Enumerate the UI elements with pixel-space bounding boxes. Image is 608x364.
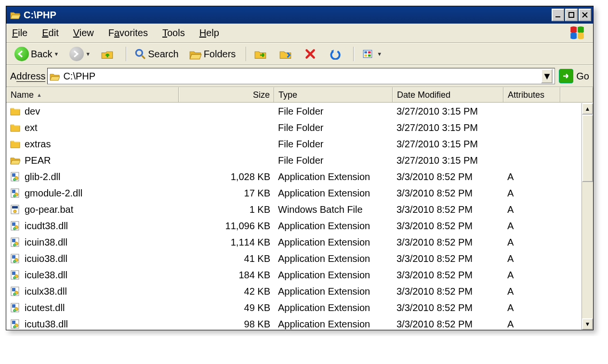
file-type: Application Extension: [278, 270, 370, 280]
folder-icon: [10, 139, 21, 149]
bat-icon: [10, 204, 21, 215]
moveto-button[interactable]: [250, 47, 273, 61]
scroll-up-button[interactable]: ▲: [582, 103, 593, 115]
file-date: 3/3/2010 8:52 PM: [397, 286, 473, 297]
scroll-down-button[interactable]: ▼: [582, 318, 593, 330]
file-size: 42 KB: [244, 286, 270, 297]
copyto-button[interactable]: [275, 47, 298, 61]
table-row[interactable]: icuin38.dll1,114 KBApplication Extension…: [6, 234, 582, 250]
folder-open-icon: [10, 155, 21, 166]
menu-edit[interactable]: Edit: [42, 27, 58, 39]
up-button[interactable]: [97, 47, 120, 61]
file-attr: A: [507, 319, 514, 329]
forward-button[interactable]: ▼: [65, 45, 95, 63]
minimize-button[interactable]: [552, 9, 564, 21]
table-row[interactable]: devFile Folder3/27/2010 3:15 PM: [6, 103, 582, 119]
window-title: C:\PHP: [24, 10, 56, 21]
vertical-scrollbar[interactable]: ▲ ▼: [582, 103, 593, 330]
file-list-area: devFile Folder3/27/2010 3:15 PMextFile F…: [6, 103, 593, 330]
menu-favorites[interactable]: Favorites: [108, 27, 148, 39]
file-size: 17 KB: [244, 188, 270, 199]
back-arrow-icon: [14, 47, 29, 61]
address-folder-icon: [50, 71, 60, 81]
table-row[interactable]: icule38.dll184 KBApplication Extension3/…: [6, 267, 582, 283]
file-date: 3/3/2010 8:52 PM: [397, 253, 473, 264]
table-row[interactable]: iculx38.dll42 KBApplication Extension3/3…: [6, 283, 582, 299]
search-button[interactable]: Search: [130, 47, 183, 61]
file-attr: A: [507, 286, 514, 297]
addressbar: Address C:\PHP ▼ Go: [6, 65, 593, 87]
table-row[interactable]: extFile Folder3/27/2010 3:15 PM: [6, 119, 582, 136]
file-date: 3/27/2010 3:15 PM: [397, 122, 478, 133]
back-button[interactable]: Back ▼: [10, 45, 63, 63]
views-button[interactable]: ▼: [357, 47, 386, 61]
undo-icon: [329, 48, 341, 60]
column-header-row: Name▲ Size Type Date Modified Attributes: [6, 87, 593, 103]
menu-help[interactable]: Help: [199, 27, 219, 39]
menu-tools[interactable]: Tools: [162, 27, 185, 39]
file-type: File Folder: [278, 155, 323, 166]
file-name: icutu38.dll: [25, 319, 68, 330]
table-row[interactable]: icutest.dll49 KBApplication Extension3/3…: [6, 299, 582, 316]
file-type: File Folder: [278, 122, 323, 133]
scroll-thumb[interactable]: [582, 115, 593, 182]
delete-x-icon: [304, 48, 316, 60]
file-type: Application Extension: [278, 286, 370, 297]
titlebar: C:\PHP: [6, 6, 593, 24]
file-attr: A: [507, 204, 514, 215]
file-date: 3/3/2010 8:52 PM: [397, 204, 473, 215]
maximize-button[interactable]: [565, 9, 578, 21]
file-attr: A: [507, 270, 514, 280]
file-size: 1,028 KB: [231, 171, 270, 182]
col-header-attr[interactable]: Attributes: [503, 87, 560, 102]
file-type: File Folder: [278, 139, 323, 149]
forward-dropdown-icon[interactable]: ▼: [85, 51, 91, 57]
table-row[interactable]: extrasFile Folder3/27/2010 3:15 PM: [6, 136, 582, 152]
col-header-date[interactable]: Date Modified: [393, 87, 503, 102]
table-row[interactable]: gmodule-2.dll17 KBApplication Extension3…: [6, 185, 582, 201]
moveto-icon: [254, 48, 267, 60]
col-header-name[interactable]: Name▲: [6, 87, 179, 102]
delete-button[interactable]: [300, 47, 322, 61]
toolbar: Back ▼ ▼ Search Folders ▼: [6, 43, 593, 65]
dll-icon: [10, 302, 21, 313]
file-type: Windows Batch File: [278, 204, 363, 215]
back-dropdown-icon[interactable]: ▼: [53, 51, 59, 57]
file-attr: A: [507, 171, 514, 182]
menu-file[interactable]: File: [12, 27, 27, 39]
copyto-icon: [279, 48, 292, 60]
file-name: PEAR: [25, 155, 51, 166]
file-date: 3/27/2010 3:15 PM: [397, 155, 478, 166]
file-size: 1 KB: [250, 204, 270, 215]
file-size: 49 KB: [244, 302, 270, 313]
go-arrow-icon: [559, 69, 573, 83]
views-dropdown-icon[interactable]: ▼: [377, 51, 382, 57]
col-header-size[interactable]: Size: [179, 87, 274, 102]
table-row[interactable]: PEARFile Folder3/27/2010 3:15 PM: [6, 152, 582, 169]
file-name: gmodule-2.dll: [25, 188, 82, 199]
address-input[interactable]: C:\PHP ▼: [47, 68, 555, 84]
file-type: File Folder: [278, 106, 323, 117]
table-row[interactable]: icutu38.dll98 KBApplication Extension3/3…: [6, 316, 582, 330]
search-icon: [134, 48, 146, 60]
address-path: C:\PHP: [63, 71, 541, 82]
file-list[interactable]: devFile Folder3/27/2010 3:15 PMextFile F…: [6, 103, 582, 330]
col-header-type[interactable]: Type: [274, 87, 393, 102]
file-type: Application Extension: [278, 188, 370, 198]
go-button[interactable]: Go: [559, 69, 589, 83]
address-dropdown-button[interactable]: ▼: [541, 69, 553, 83]
titlebar-folder-icon: [10, 10, 21, 20]
table-row[interactable]: icuio38.dll41 KBApplication Extension3/3…: [6, 250, 582, 267]
folders-button[interactable]: Folders: [185, 47, 240, 61]
forward-arrow-icon: [69, 47, 84, 61]
undo-button[interactable]: [324, 47, 347, 61]
table-row[interactable]: go-pear.bat1 KBWindows Batch File3/3/201…: [6, 201, 582, 218]
file-size: 184 KB: [238, 270, 270, 281]
dll-icon: [10, 171, 21, 182]
scroll-track[interactable]: [582, 182, 593, 318]
file-name: iculx38.dll: [25, 286, 67, 297]
table-row[interactable]: glib-2.dll1,028 KBApplication Extension3…: [6, 169, 582, 185]
menu-view[interactable]: View: [73, 27, 94, 39]
close-button[interactable]: [579, 9, 591, 21]
table-row[interactable]: icudt38.dll11,096 KBApplication Extensio…: [6, 218, 582, 234]
